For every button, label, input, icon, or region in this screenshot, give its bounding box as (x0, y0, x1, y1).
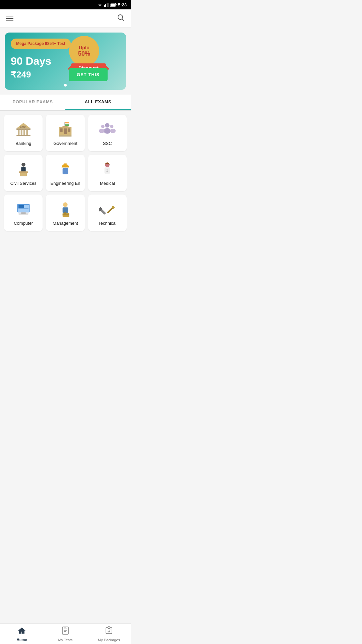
get-this-button[interactable]: GET THIS (69, 68, 108, 81)
tab-popular[interactable]: POPULAR EXAMS (0, 95, 65, 110)
svg-rect-51 (63, 213, 69, 217)
svg-text:BANK: BANK (20, 126, 26, 128)
tools-icon (99, 201, 116, 218)
svg-rect-18 (65, 122, 69, 123)
svg-line-8 (122, 19, 124, 21)
banking-icon: BANK (15, 121, 32, 138)
hamburger-menu[interactable] (6, 16, 13, 21)
exam-item-engineering[interactable]: Engineering En (46, 155, 84, 191)
svg-rect-17 (64, 122, 65, 125)
exam-item-technical[interactable]: Technical (88, 195, 127, 231)
time-display: 5:23 (118, 2, 127, 7)
wifi-icon (97, 3, 103, 7)
exam-item-banking[interactable]: BANK Banking (4, 115, 43, 151)
engineering-label: Engineering En (51, 181, 80, 186)
computer-label: Computer (14, 221, 33, 226)
status-bar: 5:23 (0, 0, 131, 9)
svg-point-32 (110, 128, 116, 133)
svg-rect-10 (18, 130, 19, 135)
svg-rect-45 (18, 205, 24, 208)
management-label: Management (53, 221, 78, 226)
svg-rect-39 (63, 168, 68, 174)
banner: Mega Package 9854+ Test 90 Days ₹249 Upt… (5, 33, 126, 90)
exam-tabs: POPULAR EXAMS ALL EXAMS (0, 95, 131, 111)
engineering-icon (57, 161, 74, 178)
svg-point-49 (63, 202, 67, 207)
header (0, 9, 131, 28)
svg-rect-0 (104, 5, 105, 7)
svg-rect-24 (68, 128, 70, 132)
banner-badge: Mega Package 9854+ Test (11, 39, 71, 49)
discount-upto: Upto (79, 45, 89, 50)
svg-rect-2 (107, 3, 108, 7)
government-icon (57, 121, 74, 138)
svg-rect-50 (63, 207, 68, 213)
svg-rect-22 (60, 128, 63, 132)
svg-rect-3 (108, 3, 109, 7)
tab-all[interactable]: ALL EXAMS (65, 95, 131, 110)
medical-label: Medical (100, 181, 115, 186)
svg-rect-35 (19, 171, 28, 173)
banking-label: Banking (15, 141, 31, 146)
exam-item-computer[interactable]: Computer (4, 195, 43, 231)
svg-rect-13 (26, 130, 28, 135)
civil-services-icon (15, 161, 32, 178)
svg-point-30 (99, 128, 105, 133)
svg-rect-48 (18, 213, 28, 214)
svg-rect-52 (64, 212, 67, 213)
svg-rect-25 (59, 135, 72, 136)
svg-point-42 (107, 170, 108, 172)
signal-icon (104, 3, 109, 7)
svg-rect-23 (64, 128, 67, 134)
svg-point-28 (104, 128, 111, 134)
svg-rect-36 (20, 173, 27, 176)
battery-icon (110, 3, 117, 7)
svg-rect-46 (18, 208, 28, 209)
svg-rect-6 (116, 4, 117, 5)
exams-grid: BANK Banking Government (0, 111, 131, 231)
svg-rect-47 (21, 212, 25, 213)
exam-item-government[interactable]: Government (46, 115, 84, 151)
svg-rect-14 (16, 135, 31, 136)
svg-rect-19 (65, 123, 69, 124)
svg-rect-12 (23, 130, 25, 135)
svg-rect-1 (105, 4, 106, 7)
civil-services-label: Civil Services (10, 181, 37, 186)
ssc-icon (99, 121, 116, 138)
ssc-label: SSC (103, 141, 112, 146)
computer-icon (15, 201, 32, 218)
svg-rect-20 (65, 124, 69, 125)
discount-circle: Upto 50% (69, 36, 99, 66)
discount-pct: 50% (78, 50, 90, 57)
search-button[interactable] (117, 13, 125, 23)
svg-rect-11 (20, 130, 22, 135)
exam-item-civil[interactable]: Civil Services (4, 155, 43, 191)
svg-point-29 (101, 125, 105, 128)
svg-rect-34 (21, 167, 25, 172)
status-icons: 5:23 (97, 2, 127, 7)
dot-1 (64, 84, 67, 87)
exam-item-management[interactable]: Management (46, 195, 84, 231)
svg-rect-9 (16, 128, 31, 130)
svg-point-33 (21, 163, 25, 167)
svg-rect-38 (61, 167, 69, 168)
exam-item-ssc[interactable]: SSC (88, 115, 127, 151)
government-label: Government (53, 141, 77, 146)
medical-icon (99, 161, 116, 178)
exam-item-medical[interactable]: Medical (88, 155, 127, 191)
svg-rect-5 (110, 4, 115, 6)
technical-label: Technical (98, 221, 116, 226)
banner-dots (64, 84, 67, 87)
svg-point-7 (118, 15, 123, 19)
svg-point-31 (110, 125, 114, 128)
svg-marker-26 (59, 125, 72, 127)
svg-point-27 (105, 123, 110, 127)
management-icon (57, 201, 74, 218)
